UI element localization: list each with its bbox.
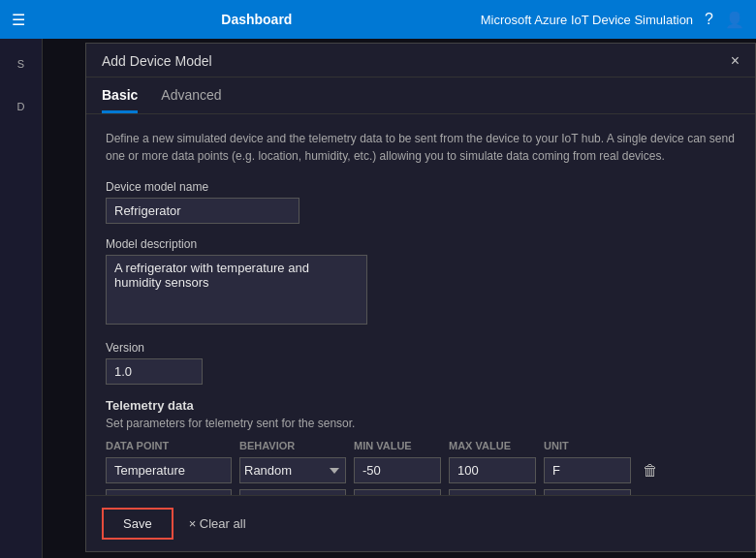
description-text: Define a new simulated device and the te… [106, 130, 736, 165]
save-button[interactable]: Save [102, 508, 173, 540]
col-header-min: MIN VALUE [354, 440, 441, 451]
close-button[interactable]: × [731, 53, 740, 69]
delete-temperature-button[interactable]: 🗑 [639, 460, 662, 481]
model-description-textarea[interactable]: A refrigerator with temperature and humi… [106, 255, 367, 325]
modal-overlay: Add Device Model × Basic Advanced Define… [43, 39, 756, 558]
telemetry-row-temperature: Random Increment Decrement 🗑 [106, 457, 736, 483]
app-name: Microsoft Azure IoT Device Simulation [481, 13, 693, 27]
user-icon[interactable]: 👤 [725, 11, 744, 29]
sidebar: S D [0, 39, 43, 558]
telemetry-subtitle: Set parameters for telemetry sent for th… [106, 417, 736, 430]
modal-header: Add Device Model × [86, 44, 755, 78]
sidebar-item-s[interactable]: S [4, 46, 39, 81]
top-bar-title: Dashboard [45, 12, 469, 27]
help-icon[interactable]: ? [705, 11, 713, 28]
tab-basic[interactable]: Basic [102, 78, 138, 113]
device-model-name-group: Device model name [106, 180, 736, 224]
min-temperature[interactable] [354, 457, 441, 483]
top-bar-right: Microsoft Azure IoT Device Simulation ? … [481, 11, 744, 29]
tabs: Basic Advanced [86, 78, 755, 114]
unit-temperature[interactable] [544, 457, 631, 483]
version-label: Version [106, 341, 736, 355]
trash-icon-temperature: 🗑 [643, 462, 658, 480]
content-area: Add Device Model × Basic Advanced Define… [43, 39, 756, 558]
max-temperature[interactable] [449, 457, 536, 483]
modal-footer: Save × Clear all [86, 495, 755, 551]
version-group: Version [106, 341, 736, 385]
col-header-unit: UNIT [544, 440, 631, 451]
modal: Add Device Model × Basic Advanced Define… [85, 43, 756, 552]
behavior-temperature[interactable]: Random Increment Decrement [239, 457, 346, 483]
menu-icon[interactable]: ☰ [12, 11, 25, 29]
clear-all-button[interactable]: × Clear all [189, 516, 246, 531]
top-bar: ☰ Dashboard Microsoft Azure IoT Device S… [0, 0, 756, 39]
data-point-temperature[interactable] [106, 457, 232, 483]
model-description-label: Model description [106, 237, 736, 251]
col-header-max: MAX VALUE [449, 440, 536, 451]
version-input[interactable] [106, 358, 203, 385]
device-model-name-label: Device model name [106, 180, 736, 194]
device-model-name-input[interactable] [106, 198, 299, 224]
main-layout: S D Add Device Model × Basic Advanced [0, 39, 756, 558]
col-header-data-point: DATA POINT [106, 440, 232, 451]
modal-body: Define a new simulated device and the te… [86, 114, 755, 551]
col-header-behavior: BEHAVIOR [239, 440, 346, 451]
telemetry-title: Telemetry data [106, 398, 736, 413]
model-description-group: Model description A refrigerator with te… [106, 237, 736, 327]
telemetry-header-row: DATA POINT BEHAVIOR MIN VALUE MAX VALUE … [106, 440, 736, 451]
sidebar-item-d[interactable]: D [4, 89, 39, 124]
tab-advanced[interactable]: Advanced [161, 78, 221, 113]
clear-all-label: × Clear all [189, 516, 246, 531]
modal-title: Add Device Model [102, 53, 212, 69]
